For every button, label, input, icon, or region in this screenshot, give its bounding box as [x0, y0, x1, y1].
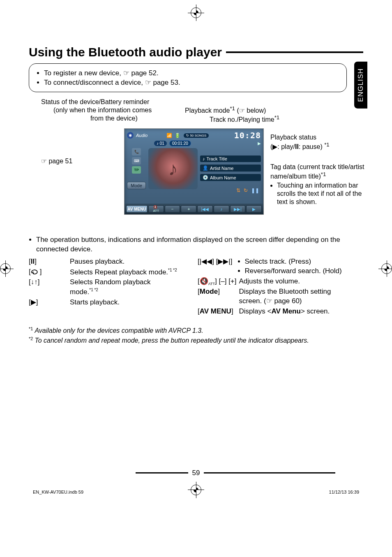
button-symbol-pause: [II] — [29, 257, 70, 267]
table-row: [▶] Starts playback. — [29, 297, 180, 308]
table-row: [↓↑] Selects Random playback mode.*1 *2 — [29, 277, 180, 297]
table-row: [II] Pauses playback. — [29, 257, 180, 267]
page-number-rule-right — [204, 472, 335, 473]
note-icon: ♪ — [203, 156, 205, 161]
section-heading: Using the Bluetooth audio player — [29, 45, 363, 59]
button-symbol-avmenu: [AV MENU] — [198, 306, 239, 317]
button-desc: Selects Random playback mode.*1 *2 — [70, 277, 180, 297]
footnote-marker: *1 — [324, 142, 330, 148]
callout-playback-mode: Playback mode*1 (☞ below) — [185, 105, 266, 115]
disc-icon: 💿 — [203, 175, 208, 180]
body-text: The operation buttons, indications and i… — [29, 235, 363, 317]
button-desc: Starts playback. — [70, 297, 180, 308]
table-row: [AV MENU] Displays <AV Menu> screen. — [198, 306, 344, 317]
track-number-pill: ♪ 01 — [154, 141, 167, 146]
play-button[interactable]: ▶ — [246, 205, 262, 213]
clock-display: 10:28 — [234, 130, 261, 140]
signal-icon: 📶 — [166, 133, 172, 138]
bluetooth-icon: ✱ — [127, 132, 134, 139]
playback-status-icon: ▶ — [258, 141, 261, 146]
callout-track-no: Track no./Playing time*1 — [210, 114, 279, 124]
pointing-hand-icon: ☞ — [145, 78, 151, 87]
pause-indicator-icon: ❚❚ — [251, 188, 259, 193]
button-symbol-random: [↓↑] — [29, 277, 70, 297]
footer-filename: EN_KW-AV70EU.indb 59 — [33, 490, 83, 494]
button-desc: Selects track. (Press) Reverse/forward s… — [239, 257, 344, 276]
footer-timestamp: 11/12/13 16:39 — [329, 490, 359, 494]
footnote-marker: *1 — [321, 171, 326, 177]
page-number-bar: 59 — [29, 469, 363, 477]
table-row: [|◀◀] [▶▶|] Selects track. (Press) Rever… — [198, 257, 344, 276]
table-row: [] Selects Repeat playback mode.*1 *2 — [29, 267, 180, 278]
callout-tag-data: Tag data (current track title/artist nam… — [270, 163, 367, 206]
next-track-button[interactable]: ▶▶| — [230, 205, 246, 213]
button-symbol-play: [▶] — [29, 297, 70, 308]
callout-playback-status: Playback status (▶: play/II: pause) *1 — [270, 133, 365, 151]
button-symbol-volume: [🔇ATT] [–] [+] — [198, 276, 239, 287]
person-icon: 👤 — [203, 165, 208, 171]
now-playing-icon[interactable]: ♪ — [214, 205, 229, 213]
button-table-left: [II] Pauses playback. [] Selects Repeat … — [29, 257, 180, 308]
album-name-bar[interactable]: 💿Album Name — [200, 174, 261, 181]
button-desc: Adjusts the volume. — [239, 276, 344, 287]
note-operation-buttons: The operation buttons, indications and i… — [36, 235, 363, 254]
track-title-bar[interactable]: ♪Track Title — [200, 155, 261, 162]
heading-rule — [226, 51, 363, 53]
note-connect-device: To connect/disconnect a device, ☞ page 5… — [44, 78, 338, 87]
note-register-device: To register a new device, ☞ page 52. — [44, 69, 338, 77]
album-art-placeholder: ♪ — [148, 148, 198, 189]
battery-icon: 🔋 — [175, 133, 180, 138]
button-symbol-repeat: [] — [29, 267, 70, 278]
table-row: [Mode] Displays the Bluetooth setting sc… — [198, 287, 344, 306]
pointing-hand-icon: ☞ — [239, 107, 245, 115]
screen-top-bar: ✱ Audio 📶 🔋 ↻ 50 SONGS 10:28 — [125, 129, 263, 140]
print-footer: EN_KW-AV70EU.indb 59 11/12/13 16:39 — [33, 490, 359, 494]
phone-icon: 📞 — [132, 148, 141, 155]
page-number-rule-left — [57, 472, 188, 473]
av-menu-button[interactable]: AV MENU — [126, 205, 148, 213]
pause-icon: II — [295, 143, 299, 150]
device-screenshot: ✱ Audio 📶 🔋 ↻ 50 SONGS 10:28 ♪ 01 00:01:… — [124, 128, 264, 215]
footnote-marker: *1 — [274, 114, 280, 121]
table-row: [🔇ATT] [–] [+] Adjusts the volume. — [198, 276, 344, 287]
callout-status: Status of the device/Battery reminder (o… — [41, 98, 189, 123]
note-box: To register a new device, ☞ page 52. To … — [29, 63, 347, 92]
keyboard-icon: ⌨ — [132, 157, 141, 165]
button-table-right: [|◀◀] [▶▶|] Selects track. (Press) Rever… — [198, 257, 344, 317]
songs-count-pill: ↻ 50 SONGS — [184, 133, 209, 138]
prev-track-button[interactable]: |◀◀ — [197, 205, 213, 213]
pointing-hand-icon: ☞ — [41, 157, 47, 165]
tp-badge: TP — [132, 166, 141, 174]
random-indicator-icon: ⇅ — [236, 188, 240, 193]
button-desc: Selects Repeat playback mode.*1 *2 — [70, 267, 180, 278]
button-desc: Displays the Bluetooth setting screen. (… — [239, 287, 344, 306]
att-button[interactable]: 🔇ATT — [148, 205, 164, 213]
footnotes: *1Available only for the devices compati… — [29, 326, 363, 345]
button-desc: Pauses playback. — [70, 257, 180, 267]
footnote-1: *1Available only for the devices compati… — [29, 326, 363, 336]
section-heading-text: Using the Bluetooth audio player — [29, 45, 222, 59]
mode-button[interactable]: Mode — [127, 182, 146, 189]
artist-name-bar[interactable]: 👤Artist Name — [200, 165, 261, 172]
document-page: ENGLISH Using the Bluetooth audio player… — [0, 0, 392, 511]
pointing-hand-icon: ☞ — [266, 297, 272, 306]
page-number: 59 — [192, 469, 200, 477]
footnote-marker: *1 *2 — [168, 268, 177, 272]
footnote-marker: *1 *2 — [89, 288, 98, 292]
audio-label: Audio — [136, 133, 148, 138]
callout-page51: ☞ page 51 — [41, 157, 72, 165]
repeat-indicator-icon: ↻ — [244, 188, 248, 193]
footnote-2: *2To cancel random and repeat mode, pres… — [29, 336, 363, 346]
play-icon: ▶ — [272, 143, 277, 150]
screen-bottom-bar: AV MENU 🔇ATT − + |◀◀ ♪ ▶▶| ▶ — [125, 204, 263, 214]
vol-up-button[interactable]: + — [181, 205, 196, 213]
screen-left-icons: 📞 ⌨ TP Mode — [127, 148, 146, 193]
repeat-mode-icon: ↻ — [186, 134, 189, 137]
playing-time-pill: 00:01:20 — [169, 140, 191, 146]
pointing-hand-icon: ☞ — [123, 69, 129, 77]
volume-icon: 🔇 — [200, 277, 208, 285]
diagram-area: Status of the device/Battery reminder (o… — [29, 98, 363, 234]
button-desc: Displays <AV Menu> screen. — [239, 306, 344, 317]
button-symbol-prev-next: [|◀◀] [▶▶|] — [198, 257, 239, 276]
vol-down-button[interactable]: − — [165, 205, 180, 213]
